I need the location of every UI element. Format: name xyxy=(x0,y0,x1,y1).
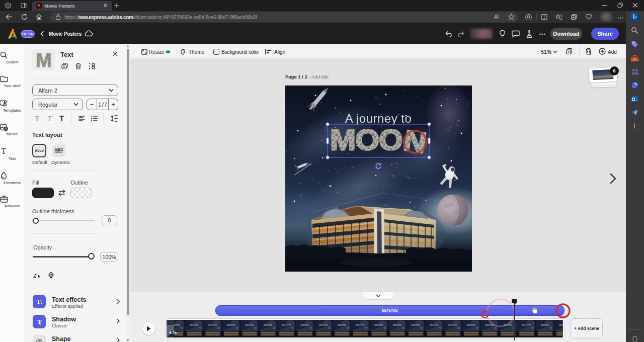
svg-text:MOON: MOON xyxy=(330,124,428,159)
svg-text:M: M xyxy=(36,50,52,70)
svg-text:T: T xyxy=(2,147,7,155)
svg-text:2: 2 xyxy=(568,50,570,54)
